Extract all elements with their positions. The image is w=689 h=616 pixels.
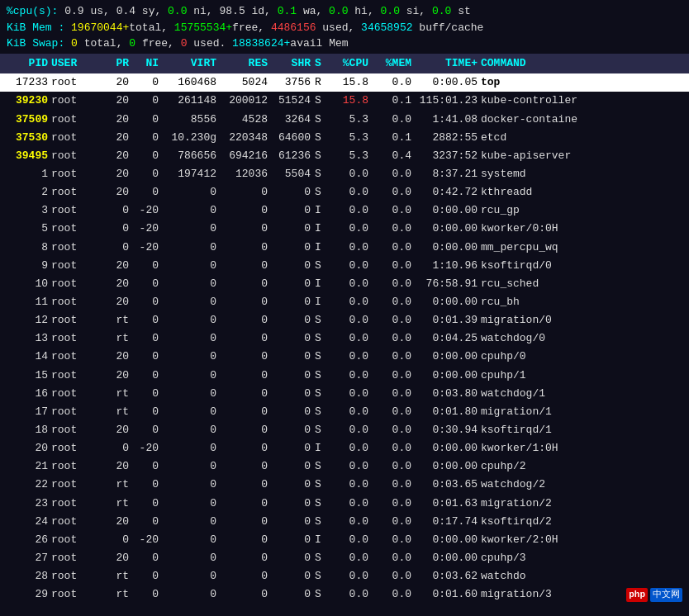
proc-shr: 0 bbox=[268, 202, 311, 219]
proc-time: 0:00.00 bbox=[411, 239, 478, 256]
proc-res: 0 bbox=[216, 440, 268, 457]
proc-mem: 0.0 bbox=[368, 514, 411, 530]
proc-res: 694216 bbox=[216, 148, 268, 164]
proc-res: 0 bbox=[216, 532, 268, 548]
proc-time: 0:00.00 bbox=[411, 367, 478, 384]
proc-ni: 0 bbox=[129, 294, 159, 310]
proc-s: S bbox=[311, 148, 325, 164]
proc-user: root bbox=[48, 74, 99, 91]
proc-user: root bbox=[48, 458, 99, 475]
proc-res: 0 bbox=[216, 386, 268, 402]
proc-cpu: 0.0 bbox=[325, 330, 368, 347]
proc-ni: 0 bbox=[129, 74, 159, 91]
proc-ni: 0 bbox=[129, 586, 159, 603]
proc-time: 8:37.21 bbox=[411, 166, 478, 182]
proc-pr: 20 bbox=[99, 184, 129, 201]
proc-ni: 0 bbox=[129, 495, 159, 512]
proc-time: 0:03.62 bbox=[411, 568, 478, 585]
proc-shr: 5504 bbox=[268, 166, 311, 182]
cmd-text: cpuhp/2 bbox=[481, 460, 526, 472]
table-row: 22 root rt 0 0 0 0 S 0.0 0.0 0:03.65 wat… bbox=[0, 476, 689, 494]
proc-virt: 8556 bbox=[159, 111, 216, 128]
proc-virt: 0 bbox=[159, 532, 216, 548]
proc-pr: 20 bbox=[99, 348, 129, 365]
proc-time: 0:01.80 bbox=[411, 404, 478, 420]
proc-mem: 0.0 bbox=[368, 348, 411, 365]
proc-virt: 0 bbox=[159, 568, 216, 585]
table-row: 8 root 0 -20 0 0 0 I 0.0 0.0 0:00.00 mm_… bbox=[0, 239, 689, 257]
proc-res: 0 bbox=[216, 586, 268, 603]
proc-cmd: kworker/1:0H bbox=[478, 440, 682, 457]
proc-cpu: 0.0 bbox=[325, 440, 368, 457]
cmd-text: rcu_gp bbox=[481, 204, 520, 216]
col-header-shr: SHR bbox=[268, 55, 311, 73]
proc-user: root bbox=[48, 514, 99, 530]
proc-s: I bbox=[311, 239, 325, 256]
cmd-text: kthreadd bbox=[481, 186, 532, 198]
proc-time: 0:03.65 bbox=[411, 476, 478, 493]
cmd-text: cpuhp/3 bbox=[481, 552, 526, 564]
cmd-text: migration/2 bbox=[481, 497, 552, 509]
proc-virt: 0 bbox=[159, 404, 216, 420]
proc-cmd: ksoftirqd/1 bbox=[478, 422, 682, 438]
proc-ni: 0 bbox=[129, 166, 159, 182]
proc-mem: 0.0 bbox=[368, 495, 411, 512]
cpu-label: %cpu(s): bbox=[7, 5, 58, 17]
proc-ni: 0 bbox=[129, 386, 159, 402]
proc-s: S bbox=[311, 166, 325, 182]
proc-pid: 13 bbox=[7, 330, 48, 347]
proc-cmd: kube-controller bbox=[478, 92, 682, 109]
proc-shr: 0 bbox=[268, 348, 311, 365]
proc-cpu: 0.0 bbox=[325, 276, 368, 292]
proc-shr: 0 bbox=[268, 550, 311, 566]
proc-pr: 0 bbox=[99, 220, 129, 237]
proc-shr: 0 bbox=[268, 258, 311, 274]
proc-virt: 0 bbox=[159, 367, 216, 384]
proc-res: 0 bbox=[216, 476, 268, 493]
proc-cpu: 0.0 bbox=[325, 202, 368, 219]
table-row: 13 root rt 0 0 0 0 S 0.0 0.0 0:04.25 wat… bbox=[0, 329, 689, 348]
proc-pr: rt bbox=[99, 312, 129, 329]
cmd-text: ksoftirqd/2 bbox=[481, 515, 552, 528]
proc-cmd: migration/2 bbox=[478, 495, 682, 512]
proc-cmd: ksoftirqd/0 bbox=[478, 258, 682, 274]
proc-time: 0:00.00 bbox=[411, 532, 478, 548]
proc-user: root bbox=[48, 495, 99, 512]
proc-mem: 0.0 bbox=[368, 258, 411, 274]
proc-user: root bbox=[48, 148, 99, 164]
proc-mem: 0.1 bbox=[368, 92, 411, 109]
proc-res: 0 bbox=[216, 568, 268, 585]
proc-virt: 0 bbox=[159, 239, 216, 256]
proc-virt: 0 bbox=[159, 276, 216, 292]
proc-pr: 20 bbox=[99, 294, 129, 310]
proc-shr: 3756 bbox=[268, 74, 311, 91]
proc-user: root bbox=[48, 258, 99, 274]
swap-label: KiB Swap: bbox=[7, 37, 64, 50]
proc-s: S bbox=[311, 476, 325, 493]
cmd-text: watchdog/0 bbox=[481, 332, 545, 344]
proc-time: 2882:55 bbox=[411, 130, 478, 146]
proc-time: 0:01.39 bbox=[411, 312, 478, 329]
proc-pid: 37509 bbox=[7, 111, 48, 128]
proc-ni: 0 bbox=[129, 130, 159, 146]
table-row: 11 root 20 0 0 0 0 I 0.0 0.0 0:00.00 rcu… bbox=[0, 293, 689, 311]
proc-ni: 0 bbox=[129, 148, 159, 164]
proc-pr: 20 bbox=[99, 422, 129, 438]
proc-res: 0 bbox=[216, 184, 268, 201]
proc-res: 0 bbox=[216, 458, 268, 475]
mem-values: 19670044+total, 15755534+free, 4486156 u… bbox=[71, 21, 483, 34]
proc-mem: 0.0 bbox=[368, 202, 411, 219]
proc-cpu: 15.8 bbox=[325, 92, 368, 109]
proc-mem: 0.0 bbox=[368, 239, 411, 256]
proc-res: 220348 bbox=[216, 130, 268, 146]
proc-user: root bbox=[48, 568, 99, 585]
proc-res: 0 bbox=[216, 330, 268, 347]
table-row: 3 root 0 -20 0 0 0 I 0.0 0.0 0:00.00 rcu… bbox=[0, 201, 689, 220]
proc-pid: 2 bbox=[7, 184, 48, 201]
proc-cpu: 0.0 bbox=[325, 367, 368, 384]
proc-shr: 0 bbox=[268, 386, 311, 402]
proc-pr: 20 bbox=[99, 514, 129, 530]
proc-pr: rt bbox=[99, 404, 129, 420]
proc-s: S bbox=[311, 550, 325, 566]
proc-cpu: 0.0 bbox=[325, 550, 368, 566]
